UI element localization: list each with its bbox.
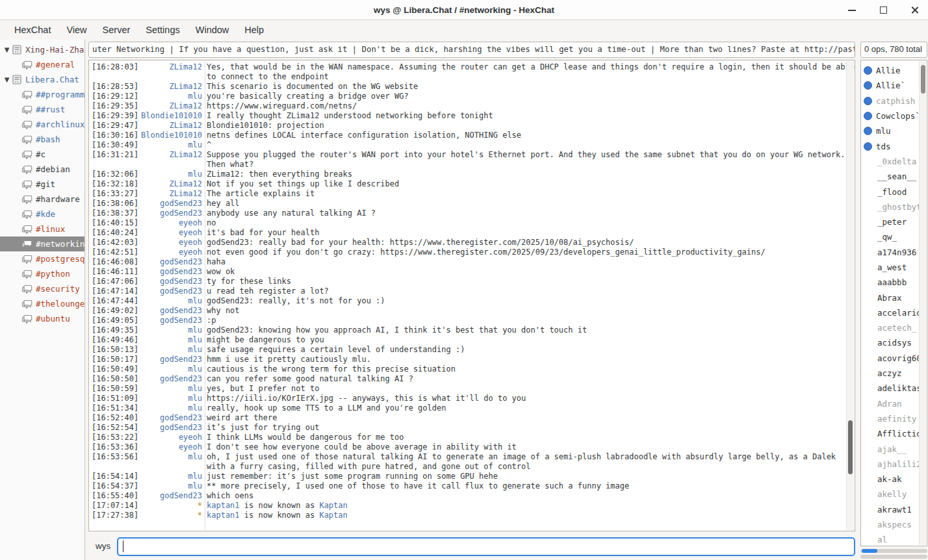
tree-item-label: #archlinux <box>36 120 84 129</box>
tree-item-programming[interactable]: ##programming <box>0 87 84 102</box>
timestamp: [16:33:27] <box>89 189 137 199</box>
chat-message-row: [16:46:08]godSend23haha <box>89 257 855 267</box>
user-list[interactable]: AllieAllie`catphishCowclops`mlutds_0xdel… <box>860 60 927 546</box>
user-list-item-abrax[interactable]: Abrax <box>861 290 927 305</box>
user-name: akelly <box>877 489 907 499</box>
tree-item-ubuntu[interactable]: #ubuntu <box>0 311 84 326</box>
close-button[interactable] <box>909 5 920 16</box>
chat-message-row: [16:42:03]eyeohgodSend23: really bad for… <box>89 238 855 248</box>
chat-scrollbar-thumb[interactable] <box>848 420 853 474</box>
tree-item-networking[interactable]: #networking <box>0 236 84 251</box>
user-list-item-acovrig60[interactable]: acovrig60 <box>861 351 927 366</box>
user-list-item-al[interactable]: al <box>861 532 927 546</box>
user-list-item-aczyz[interactable]: aczyz <box>861 366 927 381</box>
tree-item-kde[interactable]: #kde <box>0 207 84 222</box>
maximize-button[interactable] <box>877 5 889 16</box>
user-list-item-0xdelta[interactable]: _0xdelta <box>861 154 927 169</box>
user-list-item-mlu[interactable]: mlu <box>861 123 927 138</box>
user-name: acidsys <box>877 338 912 348</box>
message-text: u read teh register a lot? <box>202 286 855 296</box>
user-list-item-peter[interactable]: _peter <box>861 214 927 229</box>
tree-item-hardware[interactable]: #hardware <box>0 192 84 207</box>
channel-icon <box>21 120 32 129</box>
user-list-item-aaabbb[interactable]: aaabbb <box>861 275 927 290</box>
tree-item-c[interactable]: #c <box>0 147 84 162</box>
userlist-scrollbar-thumb[interactable] <box>921 65 925 94</box>
tree-item-security[interactable]: #security <box>0 281 84 296</box>
userlist-hscrollbar-thumb[interactable] <box>862 549 877 553</box>
server-tree[interactable]: ▼Xing-Hai-Zhan#general▼Libera.Chat##prog… <box>0 40 85 560</box>
menu-item-settings[interactable]: Settings <box>138 22 187 38</box>
user-list-item-ajhalili2[interactable]: ajhalili2 <box>861 457 927 472</box>
menu-item-hexchat[interactable]: HexChat <box>6 22 58 38</box>
event-star-icon: * <box>137 511 202 520</box>
channel-icon <box>21 210 32 219</box>
user-list-item-accelario[interactable]: accelario <box>861 305 927 320</box>
tree-item-rust[interactable]: ##rust <box>0 102 84 117</box>
chat-scrollbar[interactable] <box>846 61 854 530</box>
tree-item-label: ##rust <box>36 105 65 114</box>
user-list-item-sean[interactable]: __sean__ <box>861 169 927 184</box>
tree-item-postgresql[interactable]: #postgresql <box>0 251 84 266</box>
tree-item-archlinux[interactable]: #archlinux <box>0 117 84 132</box>
chat-area[interactable]: [16:28:03]ZLima12Yes, that would be in t… <box>88 60 855 531</box>
timestamp: [16:28:53] <box>89 82 137 92</box>
user-list-item-aefinity[interactable]: aefinity <box>861 411 927 426</box>
close-icon <box>910 6 919 14</box>
userlist-scrollbar[interactable] <box>919 61 926 545</box>
user-list-item-ak-ak[interactable]: ak-ak <box>861 472 927 487</box>
user-list-item-acidsys[interactable]: acidsys <box>861 335 927 350</box>
tree-item-thelounge[interactable]: #thelounge <box>0 296 84 311</box>
user-list-item-akrawt1[interactable]: akrawt1 <box>861 502 927 517</box>
chat-message-row: [16:46:11]godSend23wow ok <box>89 267 855 277</box>
expander-icon[interactable]: ▼ <box>2 76 12 83</box>
message-text: anybody use any natural talking AI ? <box>202 209 855 218</box>
user-list-item-qw[interactable]: _qw_ <box>861 229 927 244</box>
tree-item-linux[interactable]: #linux <box>0 222 84 236</box>
nick: godSend23 <box>137 209 202 218</box>
user-list-item-allie[interactable]: Allie` <box>861 78 927 93</box>
user-list-item-flood[interactable]: _flood <box>861 184 927 199</box>
channel-icon <box>21 105 32 114</box>
user-list-item-acetech[interactable]: acetech_ <box>861 320 927 335</box>
user-list-items: AllieAllie`catphishCowclops`mlutds_0xdel… <box>861 63 927 546</box>
userlist-hscrollbar[interactable] <box>860 549 927 553</box>
menu-item-view[interactable]: View <box>58 22 94 38</box>
user-list-item-a-west[interactable]: a_west <box>861 260 927 275</box>
tree-item-label: #debian <box>36 164 70 174</box>
topic-bar[interactable]: uter Networking | If you have a question… <box>88 42 855 58</box>
user-list-item-afflictio[interactable]: Afflictio <box>861 426 927 441</box>
user-list-item-akelly[interactable]: akelly <box>861 487 927 502</box>
message-input[interactable] <box>117 537 855 556</box>
user-list-item-ajak[interactable]: ajak__ <box>861 441 927 456</box>
user-list-item-akspecs[interactable]: akspecs <box>861 517 927 532</box>
menu-item-server[interactable]: Server <box>95 22 138 38</box>
menu-item-window[interactable]: Window <box>188 22 237 38</box>
user-list-item-a174n936[interactable]: a174n936 <box>861 245 927 260</box>
channel-icon <box>21 180 32 189</box>
user-list-item-catphish[interactable]: catphish <box>861 94 927 108</box>
user-list-item-allie[interactable]: Allie <box>861 63 927 78</box>
user-list-item-adran[interactable]: Adran <box>861 396 927 411</box>
user-list-item-ghostbyt[interactable]: _ghostbyt <box>861 199 927 214</box>
tree-item-xing-hai-zhan[interactable]: ▼Xing-Hai-Zhan <box>0 42 84 57</box>
userlist-hscrollbar-secondary[interactable] <box>860 555 927 559</box>
tree-item-debian[interactable]: #debian <box>0 162 84 177</box>
tree-item-general[interactable]: #general <box>0 57 84 72</box>
user-list-item-tds[interactable]: tds <box>861 138 927 153</box>
user-list-item-adeliktas[interactable]: adeliktas <box>861 381 927 396</box>
tree-item-python[interactable]: #python <box>0 266 84 281</box>
tree-item-git[interactable]: #git <box>0 177 84 192</box>
message-text: ty for these links <box>202 277 855 286</box>
chat-message-row: [16:53:56]mluoh, I just used one of thos… <box>89 452 855 472</box>
menu-item-help[interactable]: Help <box>237 22 272 38</box>
tree-item-bash[interactable]: #bash <box>0 132 84 147</box>
expander-icon[interactable]: ▼ <box>2 46 12 53</box>
user-name: aefinity <box>877 414 916 424</box>
user-list-item-cowclops[interactable]: Cowclops` <box>861 108 927 123</box>
chat-message-row: [16:28:03]ZLima12Yes, that would be in t… <box>89 62 855 82</box>
minimize-button[interactable] <box>846 5 858 16</box>
chat-message-row: [16:54:14]mlujust remember: it's just so… <box>89 472 855 481</box>
tree-item-libera-chat[interactable]: ▼Libera.Chat <box>0 72 84 87</box>
message-text: really, hook up some TTS to a LLM and yo… <box>202 403 855 413</box>
